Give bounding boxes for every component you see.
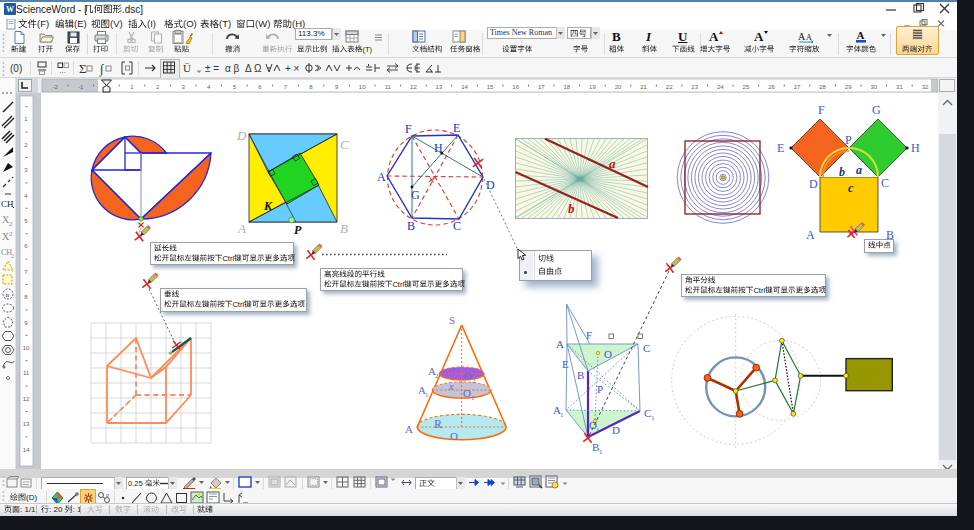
svg-text:1: 1: [425, 391, 429, 399]
svg-text:26: 26: [768, 84, 775, 90]
svg-text:12: 12: [410, 84, 417, 90]
svg-text:P: P: [294, 223, 302, 237]
svg-text:o: o: [106, 492, 109, 498]
svg-text:Ctrl: Ctrl: [222, 254, 234, 263]
svg-text:19: 19: [589, 84, 596, 90]
svg-text:2: 2: [9, 230, 13, 238]
svg-text:F: F: [586, 329, 592, 341]
svg-text:1: 1: [651, 414, 655, 422]
svg-text:2: 2: [435, 372, 439, 380]
svg-text:1: 1: [596, 426, 600, 434]
svg-text:C: C: [881, 176, 889, 190]
svg-text:A: A: [556, 338, 564, 350]
svg-text:21: 21: [640, 84, 647, 90]
svg-text:B: B: [577, 369, 584, 381]
svg-text:30: 30: [870, 84, 877, 90]
svg-text:A: A: [237, 221, 246, 236]
svg-text:S: S: [449, 314, 455, 326]
svg-text:17: 17: [538, 84, 545, 90]
svg-text:: 1/1: : 1/1: [20, 505, 36, 514]
svg-text:F: F: [405, 122, 412, 136]
svg-text:A: A: [806, 228, 815, 242]
svg-text:r: r: [452, 364, 456, 374]
svg-text:O: O: [450, 430, 458, 442]
svg-text:P: P: [845, 133, 852, 147]
svg-text:O: O: [464, 370, 472, 382]
svg-text:20: 20: [615, 84, 622, 90]
svg-text:K: K: [263, 199, 273, 213]
svg-text:23: 23: [691, 84, 698, 90]
svg-text:2: 2: [9, 220, 13, 227]
svg-text:(D): (D): [26, 493, 37, 502]
svg-text:G: G: [872, 103, 881, 117]
svg-text:1: 1: [471, 394, 475, 402]
svg-text:13: 13: [23, 421, 30, 427]
svg-text:Ctrl: Ctrl: [392, 280, 404, 289]
svg-text:H: H: [434, 141, 443, 155]
svg-text:: 20: : 20: [49, 505, 63, 514]
svg-text:b: b: [839, 165, 845, 179]
svg-text:A: A: [405, 423, 413, 435]
svg-text:27: 27: [794, 84, 801, 90]
svg-text:a: a: [856, 163, 862, 177]
svg-text:32: 32: [922, 84, 929, 90]
svg-text:n: n: [6, 291, 10, 299]
svg-text:D: D: [809, 177, 818, 191]
svg-text:10: 10: [23, 345, 30, 351]
svg-text:D: D: [612, 424, 620, 436]
svg-text:15: 15: [487, 84, 494, 90]
svg-text:29: 29: [845, 84, 852, 90]
svg-text:28: 28: [819, 84, 826, 90]
svg-text:14: 14: [461, 84, 468, 90]
svg-text:12: 12: [23, 396, 30, 402]
svg-text:-1: -1: [78, 84, 84, 90]
svg-text:Ctrl: Ctrl: [232, 300, 244, 309]
svg-text:F: F: [818, 103, 825, 117]
svg-text:13: 13: [436, 84, 443, 90]
svg-text:A: A: [377, 170, 386, 184]
svg-text:1: 1: [560, 411, 564, 419]
svg-text:B: B: [340, 221, 348, 236]
svg-text:H: H: [911, 141, 920, 155]
svg-text:C: C: [340, 137, 349, 152]
svg-text:C: C: [643, 342, 650, 354]
svg-text:18: 18: [563, 84, 570, 90]
svg-text:11: 11: [23, 370, 30, 376]
svg-text:x: x: [448, 381, 454, 392]
svg-text:G: G: [411, 188, 420, 202]
svg-text:c: c: [848, 181, 854, 195]
svg-text:P: P: [597, 383, 603, 395]
svg-text:E: E: [562, 358, 569, 370]
svg-text:O: O: [463, 387, 471, 399]
svg-text:b: b: [568, 201, 575, 216]
svg-text:-2: -2: [53, 84, 59, 90]
svg-text:31: 31: [896, 84, 903, 90]
svg-text:25: 25: [743, 84, 750, 90]
svg-text:D: D: [236, 128, 247, 143]
svg-text:24: 24: [717, 84, 724, 90]
svg-text:10: 10: [359, 84, 366, 90]
svg-text:E: E: [453, 121, 460, 135]
svg-text:2: 2: [472, 377, 476, 385]
svg-text:14: 14: [23, 447, 30, 453]
svg-text:CH: CH: [1, 199, 14, 209]
svg-text:22: 22: [666, 84, 673, 90]
svg-text:a: a: [609, 156, 616, 171]
svg-text:16: 16: [512, 84, 519, 90]
svg-text:B: B: [407, 219, 415, 233]
svg-text:E: E: [777, 141, 784, 155]
svg-text:1: 1: [599, 448, 603, 456]
svg-text:C: C: [453, 219, 461, 233]
svg-text:R: R: [434, 417, 442, 431]
svg-text:Ctrl: Ctrl: [753, 286, 765, 295]
svg-text:O: O: [604, 348, 612, 360]
svg-text:D: D: [486, 178, 495, 192]
svg-text:11: 11: [385, 84, 392, 90]
